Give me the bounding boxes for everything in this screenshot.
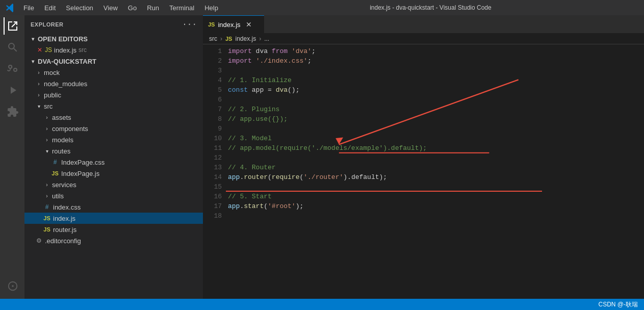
mock-label: mock xyxy=(44,69,60,76)
node-modules-chevron: › xyxy=(35,80,43,88)
mock-chevron: › xyxy=(35,68,43,76)
code-line-5: const app = dva(); xyxy=(226,85,644,95)
sidebar-item-indexpage-js[interactable]: JS IndexPage.js xyxy=(24,168,203,179)
sidebar-item-utils[interactable]: › utils xyxy=(24,190,203,201)
run-activity-icon[interactable] xyxy=(4,82,21,99)
sidebar-item-public[interactable]: › public xyxy=(24,89,203,100)
sidebar: EXPLORER ··· ▾ OPEN EDITORS ✕ JS index.j… xyxy=(24,15,203,299)
sidebar-more-button[interactable]: ··· xyxy=(182,20,197,29)
explorer-activity-icon[interactable] xyxy=(4,17,21,35)
sidebar-item-routes[interactable]: ▾ routes xyxy=(24,145,203,157)
svg-point-1 xyxy=(12,285,14,287)
menu-run[interactable]: Run xyxy=(143,3,163,13)
js-file-icon-index: JS xyxy=(43,214,51,222)
code-line-18 xyxy=(226,211,644,221)
sidebar-item-index-css[interactable]: # index.css xyxy=(24,201,203,213)
components-label: components xyxy=(52,125,88,133)
open-editor-item-indexjs[interactable]: ✕ JS index.js src xyxy=(24,44,203,56)
code-line-13: // 4. Router xyxy=(226,163,644,172)
open-editors-label: OPEN EDITORS xyxy=(38,35,88,43)
sidebar-item-models[interactable]: › models xyxy=(24,134,203,145)
code-line-14: app.router(require('./router').default); xyxy=(226,172,644,182)
sidebar-title: EXPLORER xyxy=(31,21,64,28)
sidebar-header: EXPLORER ··· xyxy=(24,15,203,33)
menu-file[interactable]: File xyxy=(19,3,38,13)
assets-chevron: › xyxy=(43,113,51,121)
activity-bar xyxy=(0,15,24,299)
remote-activity-icon[interactable] xyxy=(4,277,21,295)
gear-file-icon: ⚙ xyxy=(35,237,43,245)
tab-close-button[interactable]: ✕ xyxy=(246,20,252,29)
breadcrumb-dots[interactable]: ... xyxy=(264,35,269,42)
indexpage-js-label: IndexPage.js xyxy=(61,170,99,177)
tab-js-icon: JS xyxy=(208,21,215,28)
breadcrumb-sep-1: › xyxy=(220,35,222,42)
code-line-2: import './index.css'; xyxy=(226,56,644,66)
node-modules-label: node_modules xyxy=(44,80,87,88)
sidebar-item-indexpage-css[interactable]: # IndexPage.css xyxy=(24,157,203,168)
utils-chevron: › xyxy=(43,192,51,200)
breadcrumb-file[interactable]: index.js xyxy=(235,35,256,42)
sidebar-item-node-modules[interactable]: › node_modules xyxy=(24,78,203,89)
line-numbers: 12345 678910 1112131415 161718 xyxy=(203,46,226,297)
code-line-17: app.start('#root'); xyxy=(226,201,644,211)
menu-terminal[interactable]: Terminal xyxy=(165,3,198,13)
breadcrumb-src[interactable]: src xyxy=(209,35,217,42)
code-line-16: // 5. Start xyxy=(226,192,644,201)
index-css-label: index.css xyxy=(53,203,81,211)
breadcrumb-sep-2: › xyxy=(259,35,261,42)
titlebar: File Edit Selection View Go Run Terminal… xyxy=(0,0,644,15)
js-file-icon-router: JS xyxy=(43,225,51,234)
code-line-11: // app.model(require('./models/example')… xyxy=(226,143,644,153)
js-file-icon-open: JS xyxy=(45,46,52,54)
extensions-activity-icon[interactable] xyxy=(4,103,21,120)
router-js-label: router.js xyxy=(53,226,76,234)
indexpage-css-label: IndexPage.css xyxy=(61,159,105,166)
routes-chevron: ▾ xyxy=(43,147,51,155)
tab-bar: JS index.js ✕ xyxy=(203,15,644,33)
models-label: models xyxy=(52,136,73,144)
sidebar-item-mock[interactable]: › mock xyxy=(24,67,203,78)
menu-view[interactable]: View xyxy=(99,3,122,13)
sidebar-tree: ▾ OPEN EDITORS ✕ JS index.js src ▾ DVA-Q… xyxy=(24,33,203,299)
menu-edit[interactable]: Edit xyxy=(40,3,60,13)
hash-file-icon: # xyxy=(43,203,51,211)
code-line-7: // 2. Plugins xyxy=(226,105,644,114)
tab-filename: index.js xyxy=(218,21,240,29)
menu-go[interactable]: Go xyxy=(124,3,141,13)
sidebar-item-components[interactable]: › components xyxy=(24,123,203,134)
editor-area: JS index.js ✕ src › JS index.js › ... 12… xyxy=(203,15,644,299)
menu-bar: File Edit Selection View Go Run Terminal… xyxy=(19,3,222,13)
sidebar-item-router-js[interactable]: JS router.js xyxy=(24,224,203,235)
sidebar-item-services[interactable]: › services xyxy=(24,179,203,190)
open-editors-chevron: ▾ xyxy=(29,35,37,43)
components-chevron: › xyxy=(43,124,51,133)
sidebar-item-editorconfig[interactable]: ⚙ .editorconfig xyxy=(24,235,203,246)
tab-index-js[interactable]: JS index.js ✕ xyxy=(203,15,264,33)
public-chevron: › xyxy=(35,91,43,99)
source-control-activity-icon[interactable] xyxy=(4,60,21,77)
code-line-10: // 3. Model xyxy=(226,134,644,143)
services-label: services xyxy=(52,181,76,189)
code-line-9 xyxy=(226,124,644,134)
code-editor[interactable]: 12345 678910 1112131415 161718 import dv… xyxy=(203,44,644,299)
public-label: public xyxy=(44,91,61,99)
vscode-logo xyxy=(5,3,15,13)
open-editors-section[interactable]: ▾ OPEN EDITORS xyxy=(24,33,203,44)
status-text: CSDN @-耿瑞 xyxy=(598,300,638,309)
sidebar-item-assets[interactable]: › assets xyxy=(24,112,203,123)
menu-selection[interactable]: Selection xyxy=(62,3,97,13)
sidebar-item-src[interactable]: ▾ src xyxy=(24,100,203,112)
main-layout: EXPLORER ··· ▾ OPEN EDITORS ✕ JS index.j… xyxy=(0,15,644,299)
modified-icon: ✕ xyxy=(35,46,45,54)
project-section[interactable]: ▾ DVA-QUICKSTART xyxy=(24,56,203,67)
editorconfig-label: .editorconfig xyxy=(45,237,81,245)
sidebar-item-index-js[interactable]: JS index.js xyxy=(24,213,203,224)
open-editor-filename: index.js xyxy=(54,46,76,54)
src-chevron: ▾ xyxy=(35,102,43,110)
menu-help[interactable]: Help xyxy=(200,3,222,13)
models-chevron: › xyxy=(43,136,51,144)
src-label: src xyxy=(44,102,53,110)
open-editor-path: src xyxy=(79,46,87,54)
search-activity-icon[interactable] xyxy=(4,39,21,56)
